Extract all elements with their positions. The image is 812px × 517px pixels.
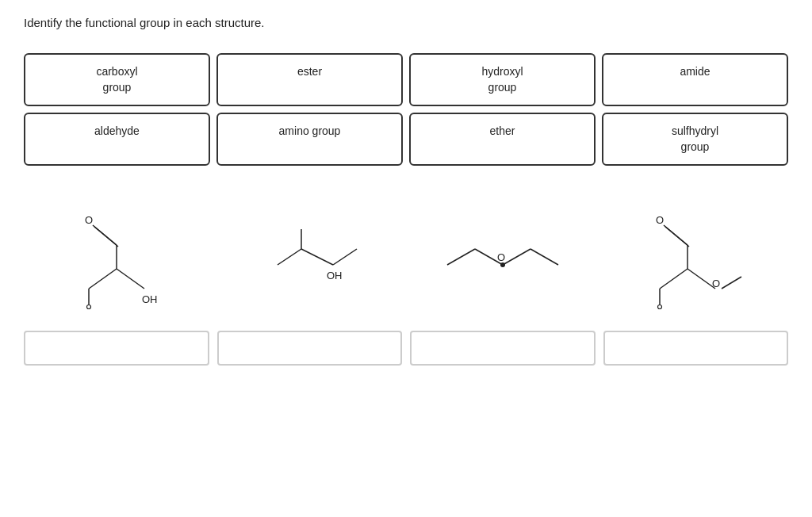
answer-input-4[interactable] [603, 331, 789, 366]
answer-amino[interactable]: amino group [216, 113, 403, 166]
svg-text:O: O [712, 278, 720, 289]
svg-line-19 [530, 249, 558, 265]
svg-line-3 [117, 269, 144, 289]
svg-line-28 [722, 277, 741, 289]
svg-line-0 [89, 269, 117, 289]
answer-sulfhydryl[interactable]: sulfhydrylgroup [602, 113, 788, 166]
answer-ester[interactable]: ester [216, 53, 403, 106]
answer-input-2[interactable] [217, 331, 403, 366]
answer-ether[interactable]: ether [409, 113, 596, 166]
structure-3-drawing: O [410, 197, 596, 324]
svg-line-5 [94, 227, 118, 247]
svg-point-29 [658, 305, 662, 309]
structure-1-cell: O OH [24, 197, 209, 366]
structure-1-drawing: O OH [24, 197, 209, 324]
answer-amide[interactable]: amide [602, 53, 788, 106]
answer-carboxyl[interactable]: carboxylgroup [24, 53, 210, 106]
svg-line-12 [333, 249, 357, 265]
svg-point-8 [86, 305, 90, 309]
answer-options-grid: carboxylgroup ester hydroxylgroup amide … [24, 53, 788, 166]
svg-text:O: O [497, 251, 505, 263]
svg-text:O: O [656, 214, 664, 226]
svg-text:OH: OH [142, 293, 158, 305]
answer-input-1[interactable] [24, 331, 209, 366]
structure-2-drawing: OH [217, 197, 403, 324]
structure-2-cell: OH [217, 197, 403, 366]
instruction-text: Identify the functional group in each st… [24, 16, 788, 29]
svg-line-9 [278, 249, 301, 265]
answer-hydroxyl[interactable]: hydroxylgroup [409, 53, 596, 106]
svg-line-20 [660, 269, 688, 289]
svg-line-18 [503, 249, 530, 265]
structure-3-cell: O [410, 197, 596, 366]
answer-input-3[interactable] [410, 331, 596, 366]
svg-line-24 [665, 227, 689, 247]
svg-text:O: O [85, 214, 93, 226]
svg-line-26 [688, 269, 715, 289]
structure-4-drawing: O O [603, 197, 789, 324]
answer-aldehyde[interactable]: aldehyde [24, 113, 210, 166]
structures-grid: O OH OH [24, 197, 788, 366]
svg-line-11 [301, 249, 333, 265]
structure-4-cell: O O [603, 197, 789, 366]
svg-line-14 [447, 249, 475, 265]
svg-text:OH: OH [327, 270, 343, 281]
